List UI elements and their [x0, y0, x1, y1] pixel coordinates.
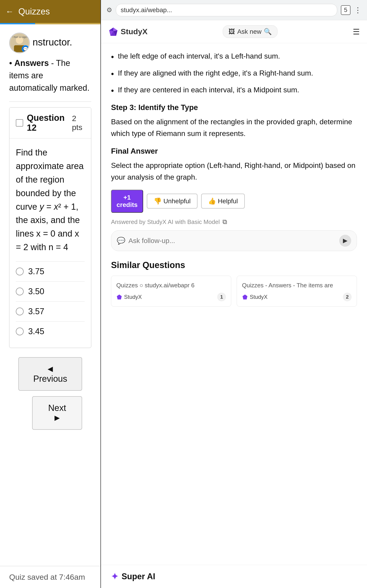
instructor-text: nstructor.	[33, 33, 72, 48]
super-ai-gem-icon: ✦	[111, 571, 118, 582]
question-text: Find the approximate area of the region …	[16, 148, 84, 252]
answers-label: Answers	[15, 58, 49, 68]
credits-button[interactable]: +1credits	[111, 190, 143, 213]
super-ai-bar: ✦ Super AI	[101, 565, 367, 588]
ask-new-button[interactable]: 🖼 Ask new 🔍	[223, 25, 277, 38]
nav-buttons: ◄ Previous Next ►	[9, 357, 91, 430]
message-icon: 💬	[117, 237, 125, 245]
similar-card-2-title: Quizzes - Answers - The items are	[242, 281, 352, 290]
option-4[interactable]: 3.45	[16, 321, 85, 341]
card-badge-2: 2	[343, 293, 352, 301]
left-panel: ← Quizzes I feel so sigma 💬 nstructor. •…	[0, 0, 101, 588]
step3-body: Based on the alignment of the rectangles…	[111, 116, 357, 139]
option-1-label: 3.75	[28, 267, 44, 276]
quiz-saved-bar: Quiz saved at 7:46am	[0, 566, 100, 588]
right-content: the left edge of each interval, it's a L…	[101, 43, 367, 565]
follow-up-input[interactable]	[128, 237, 336, 245]
studyx-gem-icon-small-1	[116, 294, 122, 300]
similar-questions-heading: Similar Questions	[111, 260, 357, 270]
question-number: Question 12	[27, 113, 65, 133]
next-button[interactable]: Next ►	[32, 396, 82, 430]
similar-card-2[interactable]: Quizzes - Answers - The items are StudyX…	[237, 276, 357, 307]
avatar-area: I feel so sigma 💬 nstructor.	[9, 33, 91, 53]
browser-bar: ⚙ studyx.ai/webap... 5 ⋮	[101, 0, 367, 20]
question-card: Question 12 2 pts Find the approximate a…	[9, 107, 91, 348]
browser-menu-button[interactable]: ⋮	[354, 6, 361, 15]
back-button[interactable]: ←	[6, 7, 14, 16]
bullet-item-1: the left edge of each interval, it's a L…	[111, 51, 357, 62]
option-2[interactable]: 3.50	[16, 281, 85, 301]
browser-url-bar[interactable]: studyx.ai/webap...	[116, 4, 337, 16]
tab-count-badge[interactable]: 5	[341, 5, 350, 15]
studyx-gem-icon	[108, 27, 118, 37]
answered-by-text: Answered by StudyX AI with Basic Model ⧉	[111, 218, 357, 226]
studyx-brand-1: StudyX	[116, 294, 142, 300]
option-3[interactable]: 3.57	[16, 301, 85, 321]
brand-label-2: StudyX	[250, 294, 267, 300]
similar-card-1-footer: StudyX 1	[116, 293, 226, 301]
question-header: Question 12 2 pts	[9, 107, 91, 138]
copy-icon[interactable]: ⧉	[223, 218, 227, 226]
svg-marker-10	[117, 294, 122, 299]
option-2-label: 3.50	[28, 287, 44, 296]
bullet-list: the left edge of each interval, it's a L…	[111, 51, 357, 96]
unhelpful-button[interactable]: 👎 Unhelpful	[147, 194, 198, 208]
follow-up-send-button[interactable]: ▶	[339, 235, 351, 247]
question-body: Find the approximate area of the region …	[9, 138, 91, 261]
option-1[interactable]: 3.75	[16, 261, 85, 281]
final-answer-body: Select the appropriate option (Left-hand…	[111, 160, 357, 183]
radio-3[interactable]	[16, 308, 24, 315]
brand-label-1: StudyX	[124, 294, 142, 300]
search-icon: 🔍	[264, 28, 272, 35]
svg-marker-11	[242, 294, 247, 299]
studyx-brand-2: StudyX	[242, 294, 267, 300]
svg-text:I feel so sigma: I feel so sigma	[13, 36, 29, 38]
divider	[9, 102, 91, 102]
top-bar: ← Quizzes	[0, 0, 100, 23]
messenger-badge: 💬	[22, 45, 29, 52]
answers-section: • Answers - The items are automatically …	[9, 57, 91, 94]
ask-new-label: Ask new	[237, 28, 261, 35]
bullet-item-3: If they are centered in each interval, i…	[111, 84, 357, 96]
option-3-label: 3.57	[28, 307, 44, 316]
radio-1[interactable]	[16, 268, 24, 275]
left-content: I feel so sigma 💬 nstructor. • Answers -…	[0, 24, 100, 566]
follow-up-bar: 💬 ▶	[111, 230, 357, 251]
studyx-gem-icon-small-2	[242, 294, 248, 300]
radio-2[interactable]	[16, 288, 24, 295]
image-icon: 🖼	[228, 28, 235, 35]
bullet-item-2: If they are aligned with the right edge,…	[111, 68, 357, 79]
studyx-header: StudyX 🖼 Ask new 🔍 ☰	[101, 20, 367, 43]
studyx-logo: StudyX	[108, 27, 148, 37]
question-pts: 2 pts	[72, 114, 85, 132]
similar-card-2-footer: StudyX 2	[242, 293, 352, 301]
studyx-logo-text: StudyX	[121, 27, 148, 36]
share-icon: ⚙	[106, 6, 112, 14]
avatar: I feel so sigma 💬	[9, 33, 30, 53]
page-title: Quizzes	[18, 7, 50, 17]
similar-cards: Quizzes ○ studyx.ai/webapr 6 StudyX 1 Qu…	[111, 276, 357, 307]
option-4-label: 3.45	[28, 327, 44, 336]
helpful-button[interactable]: 👍 Helpful	[201, 194, 245, 208]
final-answer-heading: Final Answer	[111, 147, 357, 156]
step3-heading: Step 3: Identify the Type	[111, 103, 357, 112]
previous-button[interactable]: ◄ Previous	[18, 357, 82, 391]
card-badge-1: 1	[217, 293, 226, 301]
url-text: studyx.ai/webap...	[121, 6, 172, 14]
credits-bar: +1credits 👎 Unhelpful 👍 Helpful	[111, 190, 357, 213]
quiz-saved-text: Quiz saved at 7:46am	[9, 573, 85, 581]
answered-by-label: Answered by StudyX AI with Basic Model	[111, 218, 220, 225]
radio-4[interactable]	[16, 328, 24, 335]
similar-card-1-title: Quizzes ○ studyx.ai/webapr 6	[116, 281, 226, 290]
right-panel: ⚙ studyx.ai/webap... 5 ⋮ StudyX 🖼 Ask ne…	[101, 0, 367, 588]
super-ai-label: Super AI	[122, 572, 155, 581]
hamburger-menu[interactable]: ☰	[353, 27, 360, 36]
question-checkbox[interactable]	[16, 119, 23, 127]
options-list: 3.75 3.50 3.57 3.45	[9, 261, 91, 348]
similar-card-1[interactable]: Quizzes ○ studyx.ai/webapr 6 StudyX 1	[111, 276, 231, 307]
